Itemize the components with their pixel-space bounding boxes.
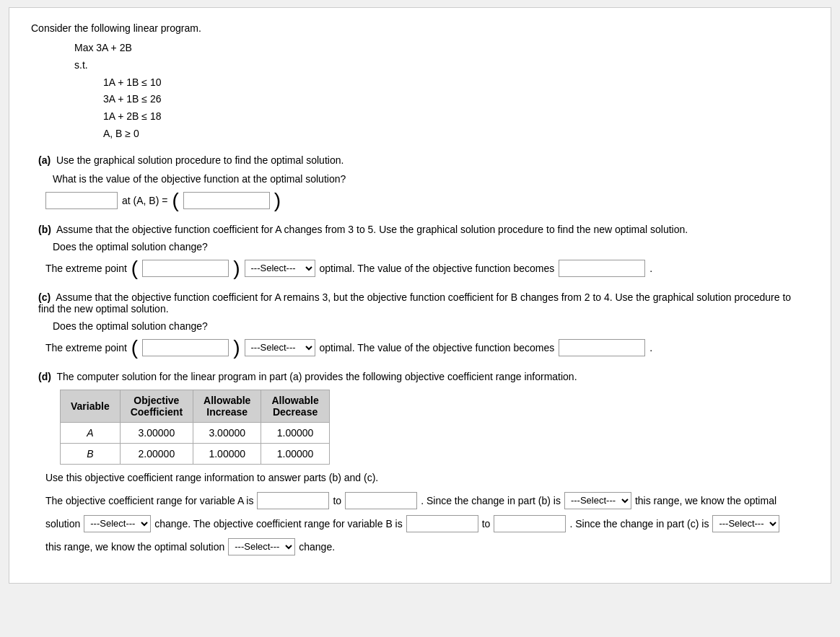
part-a-label: (a) [38,154,51,166]
part-c-open-paren: ( [131,338,138,358]
table-row-a: A 3.00000 3.00000 1.00000 [61,422,330,443]
part-d-label-q: (d) The computer solution for the linear… [38,371,809,382]
part-b-coord[interactable] [142,260,229,277]
part-b-open-paren: ( [131,258,138,278]
part-a-open-paren: ( [172,190,178,211]
row-a-inc: 3.00000 [193,422,261,443]
row-a-var: A [61,422,121,443]
part-c-select[interactable]: ---Select--- is still is no longer [245,339,315,356]
part-c-period: . [649,342,652,353]
row-b-inc: 1.00000 [193,443,261,464]
th-variable: Variable [61,390,121,422]
lp-st: s.t. [74,57,809,74]
part-b-close-paren: ) [233,258,240,278]
part-b-label: (b) [38,224,51,235]
part-c-close-paren: ) [233,338,240,358]
part-c: (c) Assume that the objective function c… [38,291,809,358]
part-a-label-q1: (a) Use the graphical solution procedure… [38,154,809,166]
range-a-select2[interactable]: ---Select--- does does not [84,515,151,532]
part-b-select[interactable]: ---Select--- is still is no longer [245,260,315,277]
range-a-this: this range, we know the optimal [635,491,776,511]
part-a-obj-value[interactable] [45,192,118,209]
constraint-1: 1A + 1B ≤ 10 [103,74,809,92]
range-b-select4[interactable]: ---Select--- does does not [228,538,295,555]
range-line-2: solution ---Select--- does does not chan… [45,514,809,534]
range-a-start: The objective coefficient range for vari… [45,491,253,511]
range-a-sol: solution [45,514,80,534]
part-c-coord[interactable] [142,339,229,356]
range-a-to[interactable] [345,492,417,509]
part-a-answer-row: at (A, B) = ( ) [45,190,809,211]
part-c-question: Assume that the objective function coeff… [38,291,791,315]
range-a-from[interactable] [257,492,329,509]
range-b-from[interactable] [406,515,478,532]
part-b-value[interactable] [559,260,645,277]
part-b: (b) Assume that the objective function c… [38,224,809,278]
range-b-to-label: to [482,514,491,534]
th-allowable-inc: AllowableIncrease [193,390,261,422]
range-a-select1[interactable]: ---Select--- within outside [564,492,631,509]
problem-title: Consider the following linear program. [31,22,809,34]
part-c-value[interactable] [559,339,645,356]
part-b-period: . [649,263,652,274]
row-a-coeff: 3.00000 [120,422,193,443]
range-line-1: The objective coefficient range for vari… [45,491,809,511]
problem-statement: Consider the following linear program. M… [31,22,809,143]
row-b-coeff: 2.00000 [120,443,193,464]
part-d-question: The computer solution for the linear pro… [56,371,577,382]
part-b-answer-row: The extreme point ( ) ---Select--- is st… [45,258,809,278]
range-b-since: . Since the change in part (c) is [569,514,709,534]
part-c-label-q: (c) Assume that the objective function c… [38,291,809,315]
coeff-range-table: Variable ObjectiveCoefficient AllowableI… [60,390,330,465]
part-d: (d) The computer solution for the linear… [38,371,809,557]
lp-objective: Max 3A + 2B [74,40,809,57]
constraint-2: 3A + 1B ≤ 26 [103,91,809,108]
range-line-3: this range, we know the optimal solution… [45,537,809,557]
range-b-to[interactable] [494,515,566,532]
table-row-b: B 2.00000 1.00000 1.00000 [61,443,330,464]
range-b-select3[interactable]: ---Select--- within outside [712,515,779,532]
part-c-subq: Does the optimal solution change? [53,320,809,332]
th-allowable-dec: AllowableDecrease [261,390,329,422]
part-b-label-q: (b) Assume that the objective function c… [38,224,809,235]
part-a-at-label: at (A, B) = [122,195,167,206]
part-c-optimal-label: optimal. The value of the objective func… [320,342,555,353]
part-c-answer-row: The extreme point ( ) ---Select--- is st… [45,338,809,358]
part-c-extreme-label: The extreme point [45,342,127,353]
lp-block: Max 3A + 2B s.t. 1A + 1B ≤ 10 3A + 1B ≤ … [74,40,809,143]
part-c-label: (c) [38,291,51,303]
constraint-3: 1A + 2B ≤ 18 [103,108,809,126]
row-b-var: B [61,443,121,464]
th-obj-coeff: ObjectiveCoefficient [120,390,193,422]
part-a-q2: What is the value of the objective funct… [53,173,809,185]
range-b-change2: change. [299,537,335,557]
constraint-4: A, B ≥ 0 [103,126,809,143]
part-b-optimal-label: optimal. The value of the objective func… [320,263,555,274]
part-a-coord[interactable] [183,192,270,209]
part-a-q1: Use the graphical solution procedure to … [56,154,344,166]
range-a-since: . Since the change in part (b) is [421,491,561,511]
range-info-text: Use this objective coefficient range inf… [45,472,809,483]
part-a: (a) Use the graphical solution procedure… [38,154,809,211]
range-lines: The objective coefficient range for vari… [45,491,809,557]
range-a-change: change. The objective coefficient range … [154,514,402,534]
part-b-question: Assume that the objective function coeff… [56,224,688,235]
range-a-to-label: to [333,491,341,511]
row-b-dec: 1.00000 [261,443,329,464]
part-b-extreme-label: The extreme point [45,263,127,274]
part-d-label: (d) [38,371,51,382]
row-a-dec: 1.00000 [261,422,329,443]
part-b-subq: Does the optimal solution change? [53,241,809,252]
main-container: Consider the following linear program. M… [9,7,831,584]
part-a-close-paren: ) [274,190,281,211]
range-b-this2: this range, we know the optimal solution [45,537,224,557]
